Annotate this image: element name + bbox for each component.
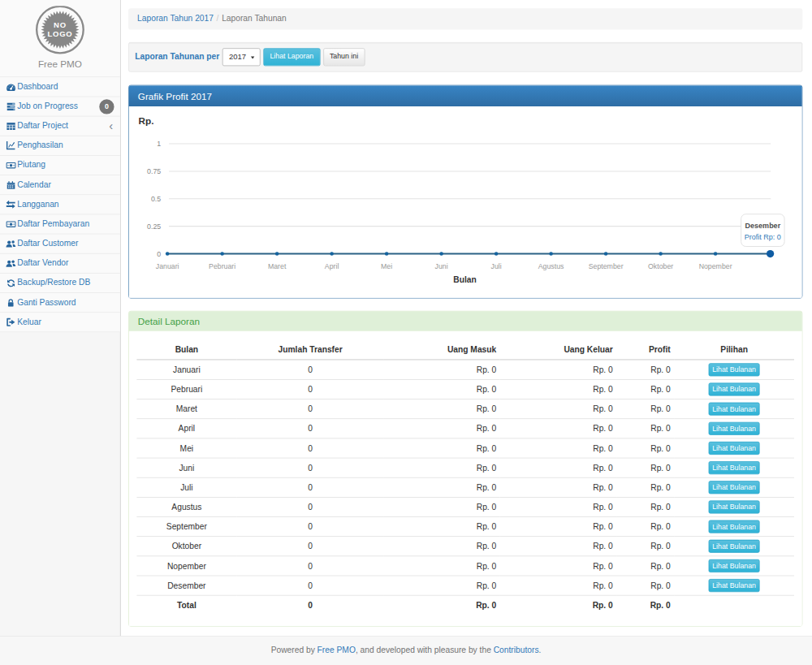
svg-text:Juli: Juli: [491, 262, 502, 270]
svg-text:Bulan: Bulan: [453, 275, 476, 284]
svg-text:Profit Rp: 0: Profit Rp: 0: [745, 233, 781, 241]
svg-text:Pebruari: Pebruari: [209, 262, 235, 270]
svg-text:Oktober: Oktober: [648, 262, 673, 270]
svg-text:September: September: [589, 262, 624, 270]
svg-text:0.25: 0.25: [147, 222, 161, 231]
svg-text:Juni: Juni: [435, 262, 448, 270]
svg-text:0.75: 0.75: [147, 167, 161, 175]
svg-text:LOGO: LOGO: [47, 29, 72, 38]
svg-text:April: April: [325, 262, 339, 270]
svg-text:NO: NO: [54, 20, 67, 29]
svg-text:Januari: Januari: [156, 262, 179, 270]
svg-text:Agustus: Agustus: [538, 262, 564, 270]
svg-text:Maret: Maret: [268, 262, 287, 270]
svg-text:1: 1: [157, 140, 161, 148]
svg-text:0.5: 0.5: [151, 195, 161, 203]
svg-text:Nopember: Nopember: [699, 262, 732, 270]
svg-text:0: 0: [157, 250, 161, 258]
svg-text:Desember: Desember: [745, 222, 781, 230]
svg-text:Rp.: Rp.: [139, 115, 154, 126]
svg-text:Mei: Mei: [381, 262, 392, 270]
